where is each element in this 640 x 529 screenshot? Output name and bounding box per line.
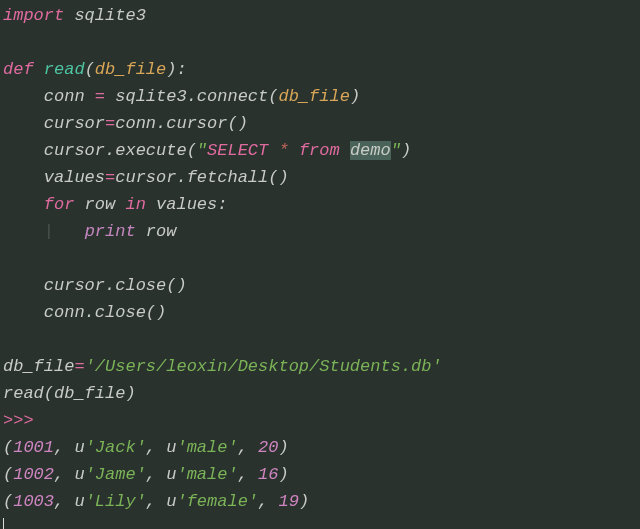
sql-keyword: from xyxy=(299,141,340,160)
keyword-import: import xyxy=(3,6,64,25)
string-literal: 'female' xyxy=(176,492,258,511)
blank-line[interactable] xyxy=(3,29,637,56)
code-line[interactable]: import sqlite3 xyxy=(3,2,637,29)
repl-prompt: >>> xyxy=(3,407,637,434)
string-literal: '/Users/leoxin/Desktop/Students.db' xyxy=(85,357,442,376)
code-line[interactable]: db_file='/Users/leoxin/Desktop/Students.… xyxy=(3,353,637,380)
keyword-for: for xyxy=(44,195,75,214)
number-literal: 1002 xyxy=(13,465,54,484)
code-line[interactable]: def read(db_file): xyxy=(3,56,637,83)
code-line[interactable]: values=cursor.fetchall() xyxy=(3,164,637,191)
code-line[interactable]: conn.close() xyxy=(3,299,637,326)
cursor-line[interactable] xyxy=(3,515,637,529)
output-line: (1001, u'Jack', u'male', 20) xyxy=(3,434,637,461)
keyword-def: def xyxy=(3,60,34,79)
string-literal: 'male' xyxy=(176,465,237,484)
number-literal: 1001 xyxy=(13,438,54,457)
sql-table: demo xyxy=(350,141,391,160)
module-name: sqlite3 xyxy=(64,6,146,25)
code-line[interactable]: | print row xyxy=(3,218,637,245)
code-line[interactable]: cursor.close() xyxy=(3,272,637,299)
keyword-print: print xyxy=(85,222,136,241)
number-literal: 16 xyxy=(258,465,278,484)
function-name: read xyxy=(44,60,85,79)
code-editor[interactable]: import sqlite3 def read(db_file): conn =… xyxy=(0,0,640,529)
number-literal: 19 xyxy=(278,492,298,511)
string-literal: 'Jame' xyxy=(85,465,146,484)
code-line[interactable]: for row in values: xyxy=(3,191,637,218)
blank-line[interactable] xyxy=(3,245,637,272)
code-line[interactable]: conn = sqlite3.connect(db_file) xyxy=(3,83,637,110)
parameter: db_file xyxy=(278,87,349,106)
string-literal: 'Jack' xyxy=(85,438,146,457)
keyword-in: in xyxy=(125,195,145,214)
operator-assign: = xyxy=(105,168,115,187)
code-line[interactable]: read(db_file) xyxy=(3,380,637,407)
code-line[interactable]: cursor=conn.cursor() xyxy=(3,110,637,137)
operator-assign: = xyxy=(95,87,105,106)
operator-assign: = xyxy=(105,114,115,133)
string-literal: 'male' xyxy=(176,438,237,457)
sql-keyword: SELECT xyxy=(207,141,268,160)
code-line[interactable]: cursor.execute("SELECT * from demo") xyxy=(3,137,637,164)
operator-assign: = xyxy=(74,357,84,376)
string-literal: 'Lily' xyxy=(85,492,146,511)
output-line: (1002, u'Jame', u'male', 16) xyxy=(3,461,637,488)
blank-line[interactable] xyxy=(3,326,637,353)
parameter: db_file xyxy=(95,60,166,79)
prompt-icon: >>> xyxy=(3,411,34,430)
output-line: (1003, u'Lily', u'female', 19) xyxy=(3,488,637,515)
indent-guide: | xyxy=(44,222,85,241)
number-literal: 20 xyxy=(258,438,278,457)
text-cursor xyxy=(3,518,4,529)
number-literal: 1003 xyxy=(13,492,54,511)
